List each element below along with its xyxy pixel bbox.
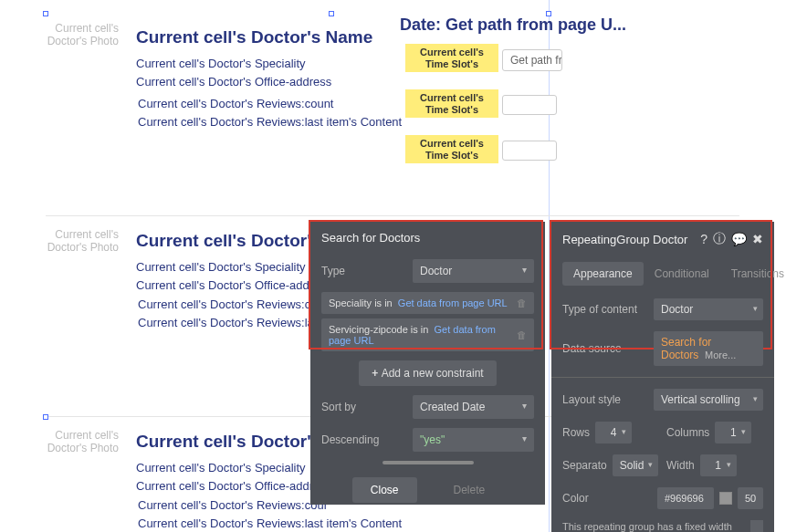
columns-dropdown[interactable]: 1 <box>715 422 751 443</box>
layout-style-label: Layout style <box>562 393 654 406</box>
rows-label: Rows <box>562 426 590 439</box>
separator-dropdown[interactable]: Solid <box>613 454 658 476</box>
guide-vertical <box>549 0 550 532</box>
fixed-width-checkbox[interactable] <box>750 520 763 532</box>
trash-icon[interactable]: 🗑 <box>517 297 527 308</box>
constraint-link[interactable]: Get data from page URL <box>398 297 508 308</box>
search-panel: Search for Doctors Type Doctor Specialit… <box>310 222 545 505</box>
doctor-reviews-count-text[interactable]: Current cell's Doctor's Reviews:cour <box>138 297 328 311</box>
search-panel-title: Search for Doctors <box>310 222 545 254</box>
selection-handle[interactable] <box>329 11 334 16</box>
color-label: Color <box>562 492 657 505</box>
rg-panel-title: RepeatingGroup Doctor <box>562 233 695 246</box>
tab-conditional[interactable]: Conditional <box>644 262 720 286</box>
close-button[interactable]: Close <box>352 477 417 503</box>
columns-label: Columns <box>666 426 709 439</box>
sort-by-dropdown[interactable]: Created Date <box>413 395 534 419</box>
selection-handle[interactable] <box>43 414 48 420</box>
time-slot-badge[interactable]: Current cell's Time Slot's <box>405 44 498 72</box>
doctor-reviews-count-text[interactable]: Current cell's Doctor's Reviews:cour <box>138 498 328 512</box>
color-swatch[interactable] <box>719 492 732 505</box>
get-path-button[interactable]: Get path fro <box>502 49 562 71</box>
descending-value: "yes" <box>420 433 445 446</box>
separator-label: Separato <box>562 459 607 472</box>
fixed-width-label: This repeating group has a fixed width <box>562 521 750 532</box>
sort-by-label: Sort by <box>321 401 405 413</box>
doctor-reviews-last-text[interactable]: Current cell's Doctor's Reviews:last <box>138 316 323 329</box>
path-input[interactable] <box>502 95 557 115</box>
doctor-speciality-text[interactable]: Current cell's Doctor's Speciality <box>136 461 306 475</box>
tab-transitions[interactable]: Transitions <box>720 262 786 286</box>
scrollbar[interactable] <box>383 461 474 464</box>
repeating-group-panel: RepeatingGroup Doctor ? ⓘ 💬 ✖ Appearance… <box>551 222 774 532</box>
trash-icon[interactable]: 🗑 <box>517 329 527 340</box>
delete-button[interactable]: Delete <box>435 477 504 503</box>
tab-appearance[interactable]: Appearance <box>562 262 644 286</box>
photo-placeholder-label: Current cell's Doctor's Photo <box>46 228 119 255</box>
type-of-content-label: Type of content <box>562 303 654 316</box>
descending-label: Descending <box>321 433 405 446</box>
info-icon[interactable]: ⓘ <box>713 231 726 247</box>
type-of-content-dropdown[interactable]: Doctor <box>654 298 763 320</box>
add-constraint-button[interactable]: Add a new constraint <box>359 360 496 386</box>
comment-icon[interactable]: 💬 <box>731 232 747 246</box>
descending-dropdown[interactable]: "yes" <box>413 428 534 452</box>
row-divider <box>46 215 739 216</box>
doctor-reviews-last-text[interactable]: Current cell's Doctor's Reviews:last ite… <box>138 115 402 129</box>
doctor-speciality-text[interactable]: Current cell's Doctor's Speciality <box>136 57 306 70</box>
constraint-row[interactable]: Servicing-zipcode is in Get data from pa… <box>321 318 534 351</box>
doctor-office-text[interactable]: Current cell's Doctor's Office-addres: <box>136 479 329 493</box>
data-source-more[interactable]: More... <box>705 349 736 360</box>
type-label: Type <box>321 265 405 277</box>
path-input[interactable] <box>502 141 557 161</box>
type-dropdown[interactable]: Doctor <box>413 259 534 283</box>
doctor-reviews-count-text[interactable]: Current cell's Doctor's Reviews:count <box>138 97 333 110</box>
color-hex-input[interactable] <box>657 487 714 509</box>
close-icon[interactable]: ✖ <box>752 232 763 246</box>
doctor-reviews-last-text[interactable]: Current cell's Doctor's Reviews:last ite… <box>138 516 402 530</box>
constraint-row[interactable]: Speciality is in Get data from page URL … <box>321 292 534 314</box>
editor-canvas: Current cell's Doctor's Photo Current ce… <box>0 0 786 532</box>
date-title[interactable]: Date: Get path from page U... <box>400 16 626 35</box>
constraint-label: Speciality is in <box>329 297 393 308</box>
width-label: Width <box>666 459 695 472</box>
selection-handle[interactable] <box>43 11 48 16</box>
data-source-field[interactable]: Search for Doctors More... <box>654 331 763 366</box>
doctor-name-title[interactable]: Current cell's Doctor's Name <box>136 27 372 47</box>
photo-placeholder-label: Current cell's Doctor's Photo <box>46 22 119 48</box>
doctor-speciality-text[interactable]: Current cell's Doctor's Speciality <box>136 260 306 274</box>
photo-placeholder-label: Current cell's Doctor's Photo <box>46 429 119 455</box>
time-slot-badge[interactable]: Current cell's Time Slot's <box>405 135 498 163</box>
color-alpha-input[interactable] <box>738 487 763 509</box>
time-slot-badge[interactable]: Current cell's Time Slot's <box>405 89 498 118</box>
width-dropdown[interactable]: 1 <box>700 454 737 476</box>
constraint-label: Servicing-zipcode is in <box>329 324 428 335</box>
layout-style-dropdown[interactable]: Vertical scrolling <box>654 389 763 411</box>
doctor-office-text[interactable]: Current cell's Doctor's Office-addres: <box>136 278 329 292</box>
rows-dropdown[interactable]: 4 <box>595 422 632 443</box>
data-source-label: Data source <box>562 342 654 355</box>
help-icon[interactable]: ? <box>700 232 707 246</box>
doctor-office-text[interactable]: Current cell's Doctor's Office-address <box>136 75 331 89</box>
